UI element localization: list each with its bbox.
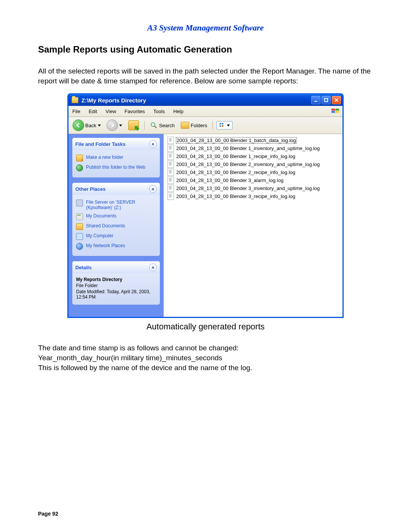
folders-label: Folders [191,123,207,128]
search-button[interactable]: Search [148,121,176,130]
file-item[interactable]: 2003_04_28_13_00_00 Blender 1_inventory_… [167,144,339,152]
details-type: File Folder [76,283,156,289]
forward-dropdown-icon[interactable] [119,125,122,126]
menu-file[interactable]: File [71,108,82,115]
computer-icon [76,233,83,240]
menu-edit[interactable]: Edit [87,108,99,115]
tasks-panel-title: File and Folder Tasks [75,141,126,147]
network-places-icon [76,243,83,250]
place-label: File Server on 'SERVER (Kpsoftware)' (Z:… [86,200,156,210]
details-panel: Details My Reports Directory File Folder… [72,261,160,305]
file-name: 2003_04_28_13_00_00 Blender 1_inventory_… [176,145,320,151]
file-item[interactable]: 2003_04_28_13_00_00 Blender 1_batch_data… [167,136,339,144]
folder-icon [76,223,83,230]
chevron-up-icon [151,265,155,269]
place-item[interactable]: My Network Places [76,241,156,251]
place-item[interactable]: My Documents [76,212,156,222]
collapse-button[interactable] [149,140,157,148]
views-dropdown-icon[interactable] [227,125,230,126]
new-folder-icon [76,155,83,161]
forward-button[interactable] [105,119,124,131]
menu-tools[interactable]: Tools [152,108,166,115]
window-title: Z:\My Reports Directory [81,97,311,104]
intro-paragraph: All of the selected reports will be save… [38,66,373,86]
file-list[interactable]: 2003_04_28_13_00_00 Blender 1_batch_data… [164,134,342,317]
file-icon [167,137,174,144]
place-item[interactable]: Shared Documents [76,222,156,232]
task-item[interactable]: Make a new folder [76,153,156,163]
file-item[interactable]: 2003_04_28_13_00_00 Blender 2_inventory_… [167,160,339,168]
file-name: 2003_04_28_13_00_00 Blender 1_batch_data… [176,137,296,143]
folder-icon [72,97,78,103]
svg-rect-5 [222,123,223,125]
menu-favorites[interactable]: Favorites [123,108,146,115]
close-button[interactable] [332,96,341,104]
documents-icon [76,213,83,220]
back-dropdown-icon[interactable] [98,125,101,126]
folders-button[interactable]: Folders [179,121,209,129]
file-item[interactable]: 2003_04_28_13_00_00 Blender 3_recipe_inf… [167,192,339,200]
svg-rect-7 [222,125,223,127]
file-name: 2003_04_28_13_00_00 Blender 3_inventory_… [176,185,320,191]
details-panel-title: Details [75,265,92,270]
menu-help[interactable]: Help [172,108,185,115]
collapse-button[interactable] [149,264,157,271]
svg-rect-1 [325,99,328,102]
footer-line-2: Year_month_day_hour(in military time)_mi… [38,353,373,363]
up-button[interactable] [127,120,140,131]
file-icon [167,161,174,168]
menu-bar: File Edit View Favorites Tools Help [68,106,342,117]
file-item[interactable]: 2003_04_28_13_00_00 Blender 1_recipe_inf… [167,152,339,160]
svg-rect-0 [314,101,317,102]
window-titlebar[interactable]: Z:\My Reports Directory [68,94,342,106]
file-name: 2003_04_28_13_00_00 Blender 2_inventory_… [176,161,320,167]
globe-icon [76,165,83,171]
details-modified: Date Modified: Today, April 28, 2003, 12… [76,289,156,300]
menu-view[interactable]: View [104,108,118,115]
file-icon [167,153,174,160]
footer-line-1: The date and time stamp is as follows an… [38,343,373,353]
place-label: My Computer [86,233,113,238]
folders-icon [181,122,189,129]
details-name: My Reports Directory [76,276,156,283]
svg-point-2 [151,123,155,126]
place-item[interactable]: File Server on 'SERVER (Kpsoftware)' (Z:… [76,198,156,212]
file-item[interactable]: 2003_04_28_13_00_00 Blender 2_recipe_inf… [167,168,339,176]
document-header: A3 System Management Software [38,23,373,33]
views-button[interactable] [217,121,233,129]
search-icon [150,121,158,129]
task-label: Publish this folder to the Web [86,165,145,170]
file-icon [167,145,174,152]
search-label: Search [159,123,175,128]
minimize-button[interactable] [311,96,320,104]
windows-flag-icon [330,107,340,115]
chevron-up-icon [151,187,155,191]
place-label: My Documents [86,213,116,219]
file-name: 2003_04_28_13_00_00 Blender 1_recipe_inf… [176,153,295,159]
back-button[interactable]: Back [72,119,102,131]
tasks-panel: File and Folder Tasks Make a new folder [72,138,160,177]
file-item[interactable]: 2003_04_28_13_00_00 Blender 3_inventory_… [167,184,339,192]
task-item[interactable]: Publish this folder to the Web [76,163,156,173]
file-icon [167,185,174,192]
network-drive-icon [76,200,83,206]
place-label: Shared Documents [86,223,125,228]
collapse-button[interactable] [149,185,157,193]
file-icon [167,177,174,184]
toolbar: Back Search Folders [68,117,342,134]
place-label: My Network Places [86,243,125,248]
svg-rect-4 [220,123,221,125]
up-folder-icon [128,120,139,130]
section-title: Sample Reports using Automatic Generatio… [38,44,373,55]
file-name: 2003_04_28_13_00_00 Blender 2_recipe_inf… [176,169,295,175]
maximize-button[interactable] [322,96,331,104]
figure-caption: Automatically generated reports [38,322,373,332]
file-item[interactable]: 2003_04_28_13_00_00 Blender 3_alarm_log.… [167,176,339,184]
file-icon [167,193,174,200]
file-name: 2003_04_28_13_00_00 Blender 3_alarm_log.… [176,177,284,183]
place-item[interactable]: My Computer [76,232,156,241]
places-panel: Other Places File Server on 'SERVER (Kps… [72,183,160,256]
task-label: Make a new folder [86,155,123,160]
svg-rect-6 [220,125,221,127]
explorer-window: Z:\My Reports Directory File Edit View F… [67,93,344,318]
